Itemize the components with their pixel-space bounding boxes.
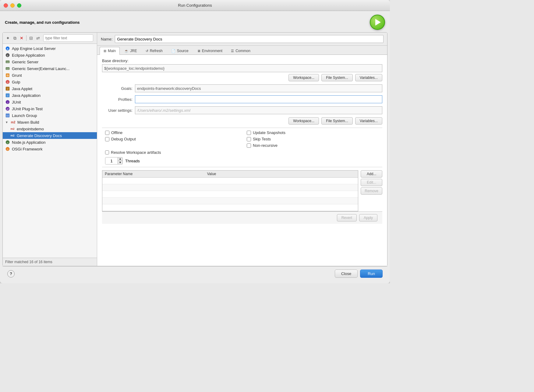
- sidebar-item-label: Node.js Application: [12, 140, 46, 145]
- threads-down-button[interactable]: ▼: [118, 161, 122, 164]
- svg-text:A: A: [7, 48, 9, 50]
- generate-discovery-icon: m2: [10, 133, 15, 138]
- user-settings-input[interactable]: [135, 106, 382, 114]
- threads-up-button[interactable]: ▲: [118, 157, 122, 161]
- filesystem-button-1[interactable]: File System...: [321, 74, 353, 81]
- gulp-icon: G: [5, 79, 10, 84]
- sidebar-item-grunt[interactable]: G Grunt: [3, 72, 97, 79]
- name-input[interactable]: [115, 35, 384, 43]
- sidebar-item-java-applet[interactable]: J Java Applet: [3, 85, 97, 92]
- goals-input[interactable]: [135, 84, 382, 92]
- sidebar-item-generic-ext[interactable]: GS Generic Server(External Launc...: [3, 65, 97, 72]
- sidebar-item-label: App Engine Local Server: [12, 46, 56, 51]
- main-content: ✦ ⧉ ✕ ⊟ ⇄ A App Engine Local Server: [2, 32, 387, 266]
- run-button-large[interactable]: [370, 15, 385, 30]
- sidebar-item-label: JUnit Plug-in Test: [12, 107, 43, 111]
- workspace-button-2[interactable]: Workspace...: [288, 117, 319, 125]
- tab-main[interactable]: ⊞ Main: [100, 47, 120, 55]
- window-title: Run Configurations: [178, 3, 212, 8]
- button-row-2: Workspace... File System... Variables...: [135, 117, 382, 125]
- run-dialog-button[interactable]: Run: [360, 270, 383, 278]
- skip-tests-checkbox[interactable]: [247, 137, 251, 141]
- sidebar-item-label: Java Applet: [12, 87, 32, 91]
- goals-label: Goals:: [102, 86, 133, 91]
- tab-source[interactable]: 📄 Source: [167, 47, 193, 55]
- remove-param-button[interactable]: Remove: [361, 187, 382, 195]
- tab-environment[interactable]: 🖥 Environment: [193, 47, 226, 55]
- sidebar-item-app-engine[interactable]: A App Engine Local Server: [3, 45, 97, 52]
- non-recursive-label: Non-recursive: [253, 143, 278, 148]
- sidebar-item-nodejs[interactable]: n Node.js Application: [3, 139, 97, 146]
- close-dialog-button[interactable]: Close: [335, 270, 358, 278]
- sidebar-item-endpointsdemo[interactable]: m2 endpointsdemo: [3, 125, 97, 132]
- maximize-window-button[interactable]: [17, 3, 21, 8]
- junit-icon: J: [5, 100, 10, 104]
- duplicate-button[interactable]: ⧉: [12, 35, 17, 41]
- environment-tab-icon: 🖥: [197, 49, 200, 53]
- sidebar-item-generate-discovery[interactable]: m2 Generate Discovery Docs: [3, 132, 97, 139]
- sidebar-item-generic-server[interactable]: GS Generic Server: [3, 58, 97, 65]
- param-extra-header: [281, 171, 358, 178]
- sidebar-item-eclipse[interactable]: E Eclipse Application: [3, 52, 97, 58]
- base-directory-input[interactable]: [102, 64, 382, 72]
- sidebar-item-launch-group[interactable]: LG Launch Group: [3, 112, 97, 119]
- tree-toggle[interactable]: ▼: [5, 121, 9, 124]
- java-applet-icon: J: [5, 86, 10, 91]
- update-snapshots-checkbox[interactable]: [247, 131, 251, 135]
- debug-output-label: Debug Output: [111, 137, 136, 141]
- tab-jre-label: JRE: [130, 49, 137, 53]
- help-button[interactable]: ?: [7, 270, 15, 277]
- filter-input[interactable]: [43, 34, 93, 42]
- tab-common[interactable]: ☰ Common: [227, 47, 254, 55]
- variables-button-1[interactable]: Variables...: [355, 74, 382, 81]
- revert-button[interactable]: Revert: [337, 214, 357, 221]
- non-recursive-checkbox[interactable]: [247, 143, 251, 148]
- add-param-button[interactable]: Add...: [361, 170, 382, 178]
- non-recursive-checkbox-item: Non-recursive: [247, 143, 382, 148]
- tabs-bar: ⊞ Main ☕ JRE ↺ Refresh 📄 Source 🖥 En: [97, 46, 387, 55]
- table-row: [102, 204, 358, 211]
- goals-row: Goals:: [102, 84, 382, 92]
- new-config-button[interactable]: ✦: [5, 35, 11, 41]
- grunt-icon: G: [5, 73, 10, 78]
- minimize-window-button[interactable]: [10, 3, 15, 8]
- checkboxes-area: Offline Update Snapshots Debug Output Sk…: [102, 130, 382, 148]
- variables-button-2[interactable]: Variables...: [355, 117, 382, 125]
- header-area: Create, manage, and run configurations: [0, 11, 390, 32]
- workspace-button-1[interactable]: Workspace...: [288, 74, 319, 81]
- sidebar-item-gulp[interactable]: G Gulp: [3, 79, 97, 85]
- svg-text:J: J: [7, 101, 8, 104]
- filter-button[interactable]: ⇄: [35, 35, 41, 41]
- delete-button[interactable]: ✕: [19, 35, 24, 41]
- sidebar-item-label: Generic Server(External Launc...: [12, 66, 69, 71]
- svg-text:G: G: [7, 81, 8, 83]
- tab-jre[interactable]: ☕ JRE: [120, 47, 141, 55]
- offline-checkbox[interactable]: [105, 131, 109, 135]
- sidebar-item-label: Maven Build: [17, 120, 39, 125]
- offline-checkbox-item: Offline: [105, 130, 241, 135]
- table-row: [102, 178, 358, 184]
- apply-button[interactable]: Apply: [359, 214, 377, 221]
- svg-text:JP: JP: [6, 108, 9, 110]
- launch-group-icon: LG: [5, 113, 10, 118]
- collapse-button[interactable]: ⊟: [28, 35, 34, 41]
- sidebar-item-maven-build[interactable]: ▼ m2 Maven Build: [3, 119, 97, 125]
- sidebar-item-junit-plugin[interactable]: JP JUnit Plug-in Test: [3, 105, 97, 112]
- sidebar-item-junit[interactable]: J JUnit: [3, 99, 97, 105]
- sidebar-item-java-app[interactable]: J Java Application: [3, 92, 97, 99]
- svg-text:E: E: [7, 55, 9, 57]
- threads-input[interactable]: [105, 157, 118, 164]
- sidebar-item-label: Generate Discovery Docs: [17, 133, 62, 138]
- sidebar-item-osgi[interactable]: O OSGi Framework: [3, 146, 97, 152]
- params-table-wrapper: Parameter Name Value: [102, 170, 358, 211]
- user-settings-row: User settings:: [102, 106, 382, 114]
- debug-output-checkbox[interactable]: [105, 137, 109, 141]
- svg-text:J: J: [7, 94, 8, 97]
- resolve-workspace-checkbox[interactable]: [105, 150, 109, 154]
- tab-refresh[interactable]: ↺ Refresh: [142, 47, 167, 55]
- close-window-button[interactable]: [4, 3, 8, 8]
- profiles-input[interactable]: [135, 95, 382, 103]
- sidebar-item-label: OSGi Framework: [12, 147, 42, 151]
- filesystem-button-2[interactable]: File System...: [321, 117, 353, 125]
- edit-param-button[interactable]: Edit...: [361, 179, 382, 186]
